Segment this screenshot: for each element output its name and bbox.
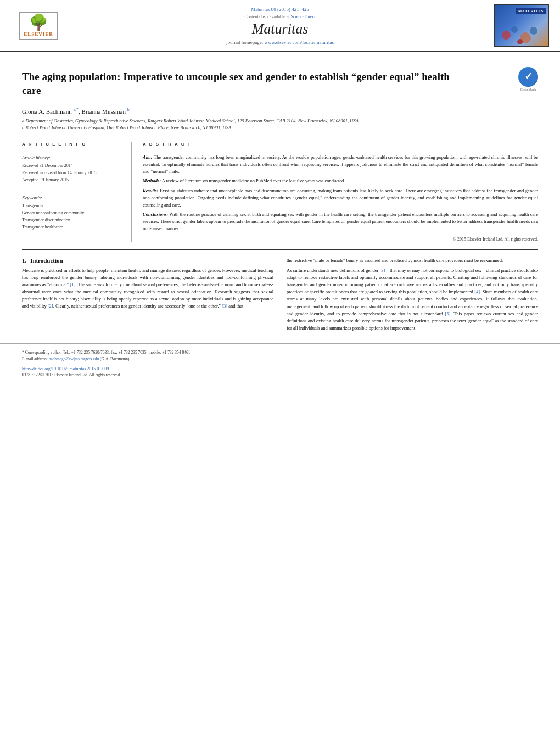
elsevier-tree-icon: 🌳 [29, 15, 48, 30]
volume-info: Maturitas 80 (2015) 421–425 [77, 7, 483, 12]
contents-available: Contents lists available at ScienceDirec… [77, 14, 483, 19]
elsevier-logo: 🌳 ELSEVIER [11, 4, 66, 47]
article-title: The aging population: Imperative to unco… [22, 70, 450, 97]
affiliation-a: a Department of Obstetrics, Gynecology &… [22, 118, 538, 124]
body-right-text: the restrictive "male or female" binary … [287, 257, 538, 332]
keyword-1: Transgender [22, 203, 124, 210]
section1-title: 1. Introduction [22, 257, 273, 264]
maturitas-logo-inner: MATURITAS [495, 5, 548, 46]
author-a-sup: a,* [73, 107, 79, 112]
affiliation-b: b Robert Wood Johnson University Hospita… [22, 125, 538, 130]
article-info-header: A R T I C L E I N F O [22, 142, 124, 147]
sciencedirect-link[interactable]: ScienceDirect [291, 14, 316, 19]
citation-5: [5] [445, 311, 451, 316]
abstract-results: Results: Existing statistics indicate th… [143, 187, 538, 208]
maturitas-logo-label: MATURITAS [516, 8, 546, 14]
email-line: E-mail address: bachmaga@rwjms.rutgers.e… [22, 356, 538, 362]
received-1: Received 31 December 2014 [22, 163, 124, 170]
citation-4: [4] [474, 289, 480, 294]
citation-1: [1] [70, 282, 75, 287]
body-left-text: Medicine is practiced in efforts to help… [22, 267, 273, 310]
abstract-methods: Methods: A review of literature on trans… [143, 177, 538, 185]
corresponding-note: * Corresponding author. Tel.: +1 732 235… [22, 349, 538, 355]
body-two-col: 1. Introduction Medicine is practiced in… [22, 257, 538, 335]
journal-center-info: Maturitas 80 (2015) 421–425 Contents lis… [66, 4, 494, 47]
keywords-label: Keywords: [22, 195, 124, 200]
body-left-p1: Medicine is practiced in efforts to help… [22, 267, 273, 310]
abstract-conclusions: Conclusions: With the routine practice o… [143, 211, 538, 232]
journal-header: 🌳 ELSEVIER Maturitas 80 (2015) 421–425 C… [0, 0, 560, 52]
maturitas-logo-box: MATURITAS [494, 4, 549, 47]
crossmark: ✓ CrossMark [518, 67, 538, 91]
citation-3b: [3] [379, 267, 385, 273]
abstract-text: Aim: The transgender community has long … [143, 154, 538, 232]
authors: Gloria A. Bachmann a,*, Brianna Mussman … [22, 107, 538, 115]
keywords-section: Keywords: Transgender Gender nonconformi… [22, 187, 124, 231]
svg-point-4 [517, 39, 523, 44]
article-info-column: A R T I C L E I N F O Article history: R… [22, 142, 132, 242]
body-left-col: 1. Introduction Medicine is practiced in… [22, 257, 273, 335]
copyright-line: © 2015 Elsevier Ireland Ltd. All rights … [143, 237, 538, 242]
keyword-3: Transgender discrimination [22, 217, 124, 224]
crossmark-icon: ✓ [518, 67, 538, 87]
accepted-date: Accepted 19 January 2015 [22, 177, 124, 184]
elsevier-label: ELSEVIER [24, 31, 53, 37]
page: 🌳 ELSEVIER Maturitas 80 (2015) 421–425 C… [0, 0, 560, 742]
article-footer: * Corresponding author. Tel.: +1 732 235… [0, 343, 560, 383]
svg-point-3 [530, 27, 537, 35]
body-right-p1: the restrictive "male or female" binary … [287, 257, 538, 264]
doi-link[interactable]: http://dx.doi.org/10.1016/j.maturitas.20… [22, 366, 109, 371]
received-revised: Received in revised form 14 January 2015 [22, 170, 124, 177]
abstract-header: A B S T R A C T [143, 142, 538, 147]
body-right-p2: As culture understands new definitions o… [287, 267, 538, 332]
history-label: Article history: [22, 155, 124, 160]
svg-text:✓: ✓ [524, 71, 533, 82]
svg-point-0 [502, 31, 511, 40]
journal-homepage: journal homepage: www.elsevier.com/locat… [77, 40, 483, 45]
article-info-abstract-section: A R T I C L E I N F O Article history: R… [22, 142, 538, 242]
author-b-sup: b [127, 107, 130, 112]
citation-2: [2] [48, 303, 53, 309]
svg-point-1 [511, 26, 518, 33]
issn-line: 0378-5122/© 2015 Elsevier Ireland Ltd. A… [22, 372, 538, 377]
keyword-4: Transgender healthcare [22, 224, 124, 231]
crossmark-label: CrossMark [518, 87, 538, 91]
citation-3a: [3] [222, 303, 227, 309]
journal-homepage-link[interactable]: www.elsevier.com/locate/maturitas [265, 40, 334, 45]
email-link[interactable]: bachmaga@rwjms.rutgers.edu [49, 356, 99, 361]
maturitas-logo-graphic [495, 19, 545, 46]
doi-line: http://dx.doi.org/10.1016/j.maturitas.20… [22, 365, 538, 371]
journal-name: Maturitas [77, 21, 483, 37]
body-right-col: the restrictive "male or female" binary … [287, 257, 538, 335]
body-separator [22, 249, 538, 250]
abstract-column: A B S T R A C T Aim: The transgender com… [143, 142, 538, 242]
abstract-aim: Aim: The transgender community has long … [143, 154, 538, 175]
keyword-2: Gender nonconforming community [22, 210, 124, 217]
article-content: The aging population: Imperative to unco… [0, 52, 560, 343]
separator-after-affiliations [22, 136, 538, 136]
